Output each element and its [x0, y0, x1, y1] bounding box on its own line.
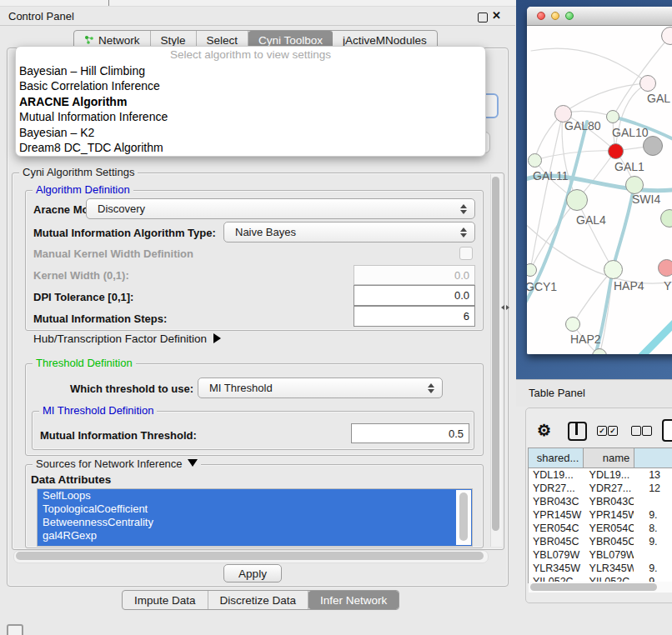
- algorithm-option[interactable]: Dream8 DC_TDC Algorithm: [16, 141, 485, 156]
- which-threshold-label: Which threshold to use:: [70, 382, 193, 395]
- network-node-y[interactable]: [658, 259, 672, 277]
- algorithm-option[interactable]: Bayesian – K2: [16, 126, 485, 141]
- mi-threshold-field[interactable]: 0.5: [351, 423, 469, 443]
- algorithm-option[interactable]: ARACNE Algorithm: [16, 95, 485, 110]
- column-layout-icon[interactable]: [568, 422, 587, 441]
- data-attributes-list[interactable]: SelfLoopsTopologicalCoefficientBetweenne…: [37, 488, 473, 547]
- network-node-gal[interactable]: [639, 75, 656, 92]
- which-threshold-combo[interactable]: MI Threshold: [198, 378, 443, 398]
- network-view-window[interactable]: GALGAL80GAL10GAL1GAL11SWI4GAL4GCY1HAP4YH…: [527, 7, 672, 354]
- list-scrollbar-track[interactable]: [456, 490, 471, 545]
- table-cell: YDR27...: [529, 482, 584, 495]
- close-traffic-light-icon[interactable]: [537, 12, 545, 20]
- table-row[interactable]: YDR27...YDR27...12: [529, 482, 672, 495]
- tab-label: Style: [161, 34, 186, 47]
- stepper-icon: [460, 204, 467, 214]
- bottom-tab-bar: Impute DataDiscretize DataInfer Network: [122, 590, 399, 610]
- list-scrollbar-thumb[interactable]: [459, 492, 468, 541]
- node-label: GAL80: [564, 119, 601, 132]
- control-panel-title: Control Panel: [8, 10, 74, 22]
- divider-tick: [108, 0, 109, 6]
- table-row[interactable]: YBL079WYBL079W: [529, 548, 672, 562]
- select-all-icon[interactable]: ✓: [608, 426, 618, 436]
- partial-button-icon[interactable]: [662, 419, 672, 442]
- apply-button[interactable]: Apply: [223, 564, 282, 582]
- gear-icon[interactable]: ⚙: [537, 421, 551, 440]
- table-row[interactable]: YBR043CYBR043C: [529, 495, 672, 508]
- collapse-arrow-icon[interactable]: [188, 459, 198, 467]
- kernel-width-field[interactable]: 0.0: [354, 265, 475, 285]
- mi-steps-label: Mutual Information Steps:: [33, 312, 167, 325]
- data-attribute-item[interactable]: gal4RGexp: [38, 529, 472, 542]
- algorithm-definition-title: Algorithm Definition: [33, 183, 133, 196]
- manual-kernel-checkbox[interactable]: [459, 247, 473, 260]
- stepper-icon: [460, 228, 467, 238]
- settings-hscrollbar-thumb[interactable]: [16, 552, 484, 560]
- table-cell: 9.: [634, 535, 672, 548]
- tab-label: Select: [207, 34, 238, 47]
- node-label: GAL11: [533, 169, 569, 182]
- network-node-gal11[interactable]: [528, 153, 542, 168]
- threshold-definition-title: Threshold Definition: [33, 357, 136, 369]
- table-row[interactable]: YLR345WYLR345W9.: [529, 562, 672, 575]
- algorithm-option[interactable]: Basic Correlation Inference: [16, 79, 485, 94]
- dpi-tolerance-field[interactable]: 0.0: [354, 285, 475, 306]
- mi-threshold-label: Mutual Information Threshold:: [40, 429, 197, 442]
- table-panel-title: Table Panel: [529, 387, 585, 399]
- table-cell: YBL079W: [529, 548, 584, 562]
- table-row[interactable]: YDL19...YDL19...13: [529, 468, 672, 482]
- float-window-icon[interactable]: [478, 12, 488, 22]
- tab-label: Network: [98, 34, 140, 47]
- mi-steps-field[interactable]: 6: [354, 306, 475, 327]
- close-icon[interactable]: ✕: [492, 9, 501, 22]
- table-cell: 13: [634, 468, 672, 482]
- dpi-tolerance-label: DPI Tolerance [0,1]:: [33, 291, 133, 303]
- bottom-tab-discretize-data[interactable]: Discretize Data: [208, 591, 309, 609]
- mi-type-combo[interactable]: Naive Bayes: [223, 222, 475, 242]
- node-table[interactable]: shared...name YDL19...YDL19...13YDR27...…: [528, 448, 672, 583]
- network-node[interactable]: [643, 136, 663, 156]
- select-all-icon[interactable]: ✓: [597, 426, 607, 436]
- column-header[interactable]: [634, 448, 672, 468]
- data-attribute-item[interactable]: BetweennessCentrality: [38, 516, 472, 529]
- network-node-gal4[interactable]: [566, 189, 588, 211]
- zoom-traffic-light-icon[interactable]: [565, 12, 574, 20]
- algorithm-option[interactable]: Bayesian – Hill Climbing: [16, 64, 485, 79]
- splitter-grip[interactable]: [501, 304, 511, 312]
- deselect-all-icon[interactable]: [631, 426, 641, 436]
- network-node-swi4[interactable]: [625, 176, 644, 194]
- algorithm-option[interactable]: Mutual Information Inference: [16, 110, 485, 125]
- minimize-traffic-light-icon[interactable]: [551, 12, 559, 20]
- bottom-tab-infer-network[interactable]: Infer Network: [308, 591, 399, 609]
- table-header-row[interactable]: shared...name: [529, 448, 672, 468]
- network-node-gal10[interactable]: [606, 110, 619, 123]
- aracne-mode-combo[interactable]: Discovery: [86, 198, 475, 219]
- table-cell: YLR345W: [529, 562, 584, 575]
- node-label: GCY1: [527, 280, 557, 293]
- network-window-titlebar[interactable]: [527, 7, 672, 26]
- table-row[interactable]: YBR045CYBR045C9.: [529, 535, 672, 548]
- network-node-gal1[interactable]: [608, 143, 624, 159]
- column-header-shared[interactable]: shared...: [529, 448, 584, 468]
- node-label: GAL: [647, 92, 670, 105]
- settings-scrollbar-thumb[interactable]: [492, 177, 499, 531]
- table-cell: YDR27...: [584, 482, 634, 495]
- table-cell: 8.: [634, 522, 672, 535]
- data-attribute-item[interactable]: TopologicalCoefficient: [38, 502, 472, 516]
- minimized-panel-icon[interactable]: [7, 624, 23, 635]
- column-header-name[interactable]: name: [584, 448, 634, 468]
- network-canvas[interactable]: GALGAL80GAL10GAL1GAL11SWI4GAL4GCY1HAP4YH…: [527, 26, 672, 354]
- table-row[interactable]: YPR145WYPR145W9.: [529, 508, 672, 522]
- network-node-hap4[interactable]: [604, 260, 623, 279]
- table-cell: YPR145W: [529, 508, 584, 522]
- data-attribute-item[interactable]: SelfLoops: [38, 489, 472, 502]
- deselect-all-icon[interactable]: [642, 426, 652, 436]
- network-node-hap2[interactable]: [565, 317, 580, 332]
- table-cell: [634, 495, 672, 508]
- tab-label: Cyni Toolbox: [258, 34, 323, 47]
- table-hscrollbar-thumb[interactable]: [530, 583, 657, 591]
- table-row[interactable]: YER054CYER054C8.: [529, 522, 672, 535]
- hub-definition-toggle[interactable]: Hub/Transcription Factor Definition: [33, 332, 221, 345]
- bottom-tab-impute-data[interactable]: Impute Data: [123, 591, 208, 609]
- mi-type-value: Naive Bayes: [235, 226, 296, 238]
